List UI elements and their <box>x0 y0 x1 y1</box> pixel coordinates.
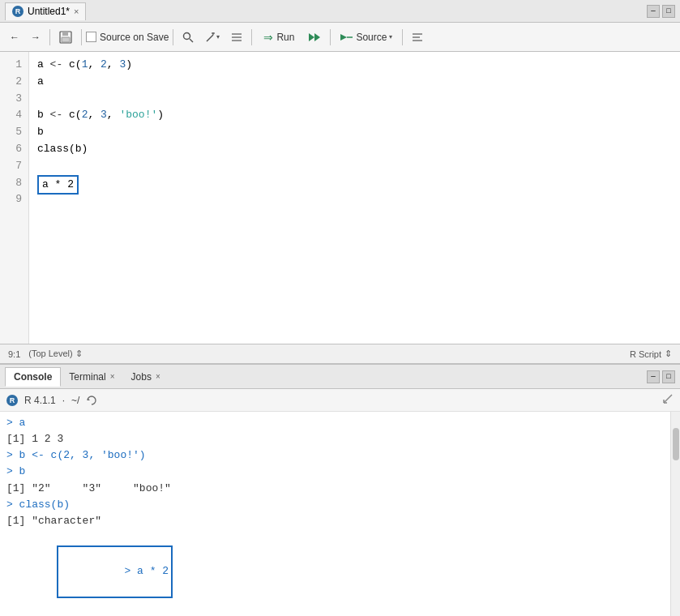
r-version-label: R 4.1.1 <box>24 395 56 406</box>
console-clear-button[interactable] <box>662 393 674 408</box>
svg-marker-13 <box>340 34 347 41</box>
align-icon <box>412 32 423 42</box>
code-editor: 1 2 3 4 5 6 7 8 9 a <- c(1, 2, 3) a b <-… <box>0 52 680 344</box>
toolbar-sep-3 <box>173 29 173 45</box>
list-icon <box>231 32 242 43</box>
window-controls: ─ □ <box>647 5 675 18</box>
line-numbers: 1 2 3 4 5 6 7 8 9 <box>0 52 29 344</box>
source-on-save-checkbox[interactable] <box>86 32 96 42</box>
svg-point-3 <box>184 32 190 39</box>
code-line-2: a <box>37 74 672 91</box>
code-line-5: b <box>37 124 672 141</box>
filetype-section: R Script ⇕ <box>630 349 672 359</box>
toolbar-sep-6 <box>402 29 403 45</box>
scope-label: (Top Level) ⇕ <box>28 349 82 359</box>
console-header: R R 4.1.1 · ~/ <box>0 389 680 412</box>
code-line-9 <box>37 191 672 208</box>
magic-button[interactable]: ▾ <box>200 27 225 48</box>
editor-toolbar: ← → Source on Save ▾ <box>0 23 680 52</box>
code-area[interactable]: a <- c(1, 2, 3) a b <- c(2, 3, 'boo!') b… <box>29 52 680 344</box>
console-minimize-button[interactable]: ─ <box>647 370 660 383</box>
refresh-icon[interactable] <box>86 395 97 406</box>
terminal-tab-label: Terminal <box>69 371 105 383</box>
filetype-label: R Script <box>630 349 661 359</box>
tab-terminal[interactable]: Terminal × <box>61 368 122 386</box>
console-line-7: [1] "character" <box>6 513 664 529</box>
line-num-3: 3 <box>0 91 22 108</box>
cursor-position: 9:1 <box>8 349 20 359</box>
svg-rect-1 <box>62 32 68 36</box>
forward-button[interactable]: → <box>26 27 45 48</box>
run-arrow-icon: ⇒ <box>263 31 273 44</box>
tab-console[interactable]: Console <box>5 367 61 387</box>
toolbar-sep-1 <box>49 29 50 45</box>
toolbar-sep-2 <box>81 29 82 45</box>
align-button[interactable] <box>407 27 428 48</box>
terminal-tab-close-icon[interactable]: × <box>110 372 115 381</box>
line-num-6: 6 <box>0 141 22 158</box>
line-num-1: 1 <box>0 57 22 74</box>
console-maximize-button[interactable]: □ <box>662 370 675 383</box>
wand-icon <box>205 32 216 43</box>
code-line-1: a <- c(1, 2, 3) <box>37 57 672 74</box>
console-line-1: > a <box>6 415 664 431</box>
console-tabs-controls: ─ □ <box>647 370 675 383</box>
line-num-9: 9 <box>0 191 22 208</box>
console-r-icon: R <box>6 395 18 406</box>
jobs-tab-close-icon[interactable]: × <box>156 372 160 381</box>
console-line-2: [1] 1 2 3 <box>6 431 664 447</box>
code-line-7 <box>37 158 672 175</box>
skip-icon <box>308 32 321 43</box>
toolbar-sep-5 <box>330 29 331 45</box>
toolbar-sep-4 <box>251 29 252 45</box>
line-num-2: 2 <box>0 74 22 91</box>
console-output-wrapper: > a [1] 1 2 3 > b <- c(2, 3, 'boo!') > b… <box>0 412 680 616</box>
tab-close-icon[interactable]: × <box>74 6 79 16</box>
maximize-button[interactable]: □ <box>662 5 675 18</box>
line-num-7: 7 <box>0 158 22 175</box>
source-button[interactable]: Source ▾ <box>335 27 398 48</box>
editor-body: 1 2 3 4 5 6 7 8 9 a <- c(1, 2, 3) a b <-… <box>0 52 680 344</box>
source-label: Source <box>356 32 387 43</box>
console-line-5: [1] "2" "3" "boo!" <box>6 481 664 497</box>
r-icon: R <box>12 6 24 17</box>
svg-line-4 <box>190 39 193 42</box>
line-num-4: 4 <box>0 107 22 124</box>
status-bar: 9:1 (Top Level) ⇕ R Script ⇕ <box>0 344 680 363</box>
run-button[interactable]: ⇒ Run <box>256 27 302 48</box>
svg-rect-2 <box>62 37 70 42</box>
jobs-tab-label: Jobs <box>131 371 152 383</box>
svg-marker-12 <box>314 33 320 41</box>
svg-marker-18 <box>88 398 90 400</box>
save-button[interactable] <box>54 27 77 48</box>
console-output[interactable]: > a [1] 1 2 3 > b <- c(2, 3, 'boo!') > b… <box>0 412 670 616</box>
console-line-3: > b <- c(2, 3, 'boo!') <box>6 447 664 464</box>
list-button[interactable] <box>226 27 247 48</box>
source-on-save-container[interactable]: Source on Save <box>86 32 169 43</box>
source-dropdown-icon[interactable]: ▾ <box>389 33 392 41</box>
console-line-8: > a * 2 <box>6 529 664 614</box>
console-scrollbar[interactable] <box>670 412 680 616</box>
console-tab-label: Console <box>14 371 52 383</box>
skip-button[interactable] <box>303 27 326 48</box>
run-label: Run <box>276 32 294 43</box>
tab-jobs[interactable]: Jobs × <box>123 368 169 386</box>
minimize-button[interactable]: ─ <box>647 5 660 18</box>
line-num-8: 8 <box>0 175 22 192</box>
search-button[interactable] <box>177 27 199 48</box>
code-line-3 <box>37 91 672 108</box>
svg-line-5 <box>207 35 213 41</box>
back-button[interactable]: ← <box>5 27 24 48</box>
console-line-6: > class(b) <box>6 497 664 513</box>
home-path-label: ~/ <box>71 395 79 406</box>
filetype-dropdown-icon[interactable]: ⇕ <box>665 349 672 359</box>
tab-title: Untitled1* <box>28 6 70 17</box>
editor-tab[interactable]: R Untitled1* × <box>5 2 86 20</box>
separator-dot: · <box>62 395 65 406</box>
magic-dropdown[interactable]: ▾ <box>216 33 220 41</box>
broom-icon <box>662 393 674 404</box>
scrollbar-thumb[interactable] <box>673 428 679 460</box>
search-icon <box>182 32 194 43</box>
save-icon <box>59 31 72 44</box>
scope-dropdown-icon[interactable]: ⇕ <box>75 349 83 358</box>
